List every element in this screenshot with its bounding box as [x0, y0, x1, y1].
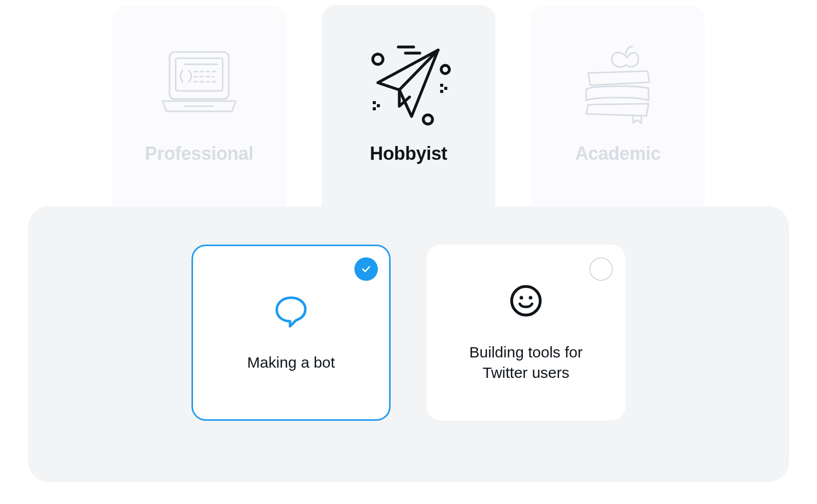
svg-rect-16: [377, 104, 380, 107]
tab-label: Hobbyist: [370, 143, 447, 164]
option-building-tools[interactable]: Building tools for Twitter users: [426, 245, 626, 421]
option-making-a-bot[interactable]: Making a bot: [191, 245, 391, 421]
svg-rect-15: [373, 101, 376, 104]
svg-rect-17: [373, 107, 376, 110]
svg-point-18: [512, 286, 540, 315]
tab-professional[interactable]: Professional: [112, 5, 286, 207]
paper-plane-icon: [363, 41, 454, 128]
books-apple-icon: [572, 41, 664, 128]
category-tabs: Professional: [0, 5, 817, 207]
svg-point-8: [441, 65, 449, 74]
radio-empty-icon: [589, 257, 613, 281]
speech-bubble-icon: [273, 293, 309, 329]
tab-label: Academic: [575, 143, 661, 164]
svg-point-19: [520, 296, 523, 299]
svg-rect-0: [170, 52, 229, 99]
options-panel: Making a bot Building tools for Twitter …: [28, 206, 789, 482]
svg-rect-1: [176, 58, 223, 91]
option-label: Building tools for Twitter users: [454, 342, 597, 383]
svg-rect-12: [440, 84, 443, 87]
check-icon: [354, 257, 378, 281]
tab-academic[interactable]: Academic: [531, 5, 705, 207]
svg-point-7: [373, 54, 383, 64]
tab-label: Professional: [145, 143, 253, 164]
tab-hobbyist[interactable]: Hobbyist: [322, 5, 495, 207]
svg-rect-13: [444, 87, 447, 90]
svg-point-9: [423, 115, 432, 124]
svg-rect-14: [440, 90, 443, 93]
smiley-face-icon: [508, 282, 544, 319]
option-label: Making a bot: [247, 352, 335, 373]
svg-point-20: [529, 296, 533, 299]
laptop-code-icon: [153, 41, 245, 128]
